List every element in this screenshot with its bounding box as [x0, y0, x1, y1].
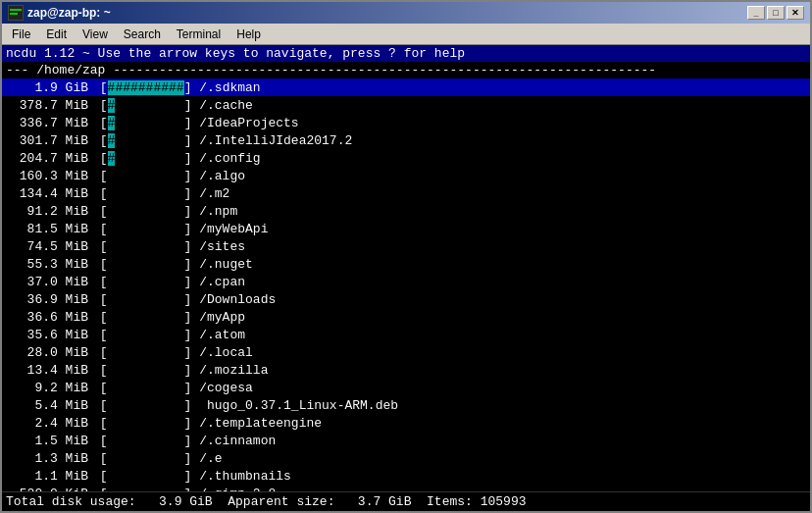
table-row[interactable]: 204.7 MiB [# ] /.config: [2, 149, 810, 167]
table-row[interactable]: 36.9 MiB [ ] /Downloads: [2, 290, 810, 308]
file-name: /.algo: [199, 169, 245, 183]
file-name: /.nuget: [199, 257, 253, 272]
file-size: 134.4 MiB: [4, 186, 92, 201]
file-name: /Downloads: [199, 292, 276, 307]
file-name: /.atom: [199, 328, 245, 342]
file-name: /IdeaProjects: [199, 116, 298, 130]
status-bar: Total disk usage: 3.9 GiB Apparent size:…: [2, 491, 810, 511]
table-row[interactable]: 2.4 MiB [ ] /.templateengine: [2, 414, 810, 432]
file-name: /.m2: [199, 186, 229, 201]
file-size: 28.0 MiB: [4, 345, 92, 360]
table-row[interactable]: 74.5 MiB [ ] /sites: [2, 237, 810, 255]
table-row[interactable]: 81.5 MiB [ ] /myWebApi: [2, 220, 810, 237]
file-size: 204.7 MiB: [4, 151, 92, 166]
menu-search[interactable]: Search: [116, 26, 169, 43]
close-button[interactable]: ✕: [787, 6, 804, 20]
info-bar: ncdu 1.12 ~ Use the arrow keys to naviga…: [2, 45, 810, 62]
menu-view[interactable]: View: [75, 26, 116, 43]
title-bar-left: zap@zap-bp: ~: [8, 5, 111, 21]
menu-edit[interactable]: Edit: [38, 26, 75, 43]
file-name: /.local: [199, 345, 253, 360]
table-row[interactable]: 13.4 MiB [ ] /.mozilla: [2, 361, 810, 379]
table-row[interactable]: 378.7 MiB [# ] /.cache: [2, 96, 810, 114]
file-name: /.sdkman: [199, 80, 260, 95]
table-row[interactable]: 336.7 MiB [# ] /IdeaProjects: [2, 114, 810, 131]
file-size: 91.2 MiB: [4, 204, 92, 219]
file-size: 160.3 MiB: [4, 169, 92, 183]
maximize-button[interactable]: □: [767, 6, 785, 20]
file-name: /.mozilla: [199, 363, 268, 378]
file-name: /.npm: [199, 204, 237, 219]
table-row[interactable]: 1.9 GiB [##########] /.sdkman: [2, 78, 810, 96]
file-size: 5.4 MiB: [4, 398, 92, 413]
menu-terminal[interactable]: Terminal: [169, 26, 228, 43]
menu-bar: File Edit View Search Terminal Help: [2, 24, 810, 45]
menu-help[interactable]: Help: [228, 26, 269, 43]
table-row[interactable]: 1.5 MiB [ ] /.cinnamon: [2, 432, 810, 449]
table-row[interactable]: 35.6 MiB [ ] /.atom: [2, 326, 810, 343]
file-size: 13.4 MiB: [4, 363, 92, 378]
file-name: /.cache: [199, 98, 253, 113]
table-row[interactable]: 9.2 MiB [ ] /cogesa: [2, 379, 810, 396]
file-name: /myWebApi: [199, 222, 268, 236]
table-row[interactable]: 37.0 MiB [ ] /.cpan: [2, 273, 810, 290]
title-buttons: _ □ ✕: [747, 6, 804, 20]
file-size: 37.0 MiB: [4, 275, 92, 289]
file-size: 74.5 MiB: [4, 239, 92, 254]
table-row[interactable]: 160.3 MiB [ ] /.algo: [2, 167, 810, 184]
file-size: 55.3 MiB: [4, 257, 92, 272]
file-size: 336.7 MiB: [4, 116, 92, 130]
file-size: 378.7 MiB: [4, 98, 92, 113]
file-size: 1.1 MiB: [4, 469, 92, 484]
table-row[interactable]: 28.0 MiB [ ] /.local: [2, 343, 810, 361]
file-size: 301.7 MiB: [4, 133, 92, 148]
file-size: 9.2 MiB: [4, 381, 92, 395]
table-row[interactable]: 1.1 MiB [ ] /.thumbnails: [2, 467, 810, 485]
svg-rect-2: [10, 13, 18, 15]
file-name: /cogesa: [199, 381, 253, 395]
file-name: /myApp: [199, 310, 245, 325]
file-name: /.cpan: [199, 275, 245, 289]
title-bar: zap@zap-bp: ~ _ □ ✕: [2, 2, 810, 24]
file-name: /.IntelliJIdea2017.2: [199, 133, 352, 148]
file-size: 2.4 MiB: [4, 416, 92, 431]
file-name: /.cinnamon: [199, 434, 276, 448]
file-size: 36.9 MiB: [4, 292, 92, 307]
window-title: zap@zap-bp: ~: [27, 6, 111, 20]
table-row[interactable]: 520.0 KiB [ ] /.gimp-2.8: [2, 485, 810, 491]
file-size: 35.6 MiB: [4, 328, 92, 342]
file-size: 1.5 MiB: [4, 434, 92, 448]
menu-file[interactable]: File: [4, 26, 38, 43]
table-row[interactable]: 5.4 MiB [ ] hugo_0.37.1_Linux-ARM.deb: [2, 396, 810, 414]
file-name: /.config: [199, 151, 260, 166]
file-size: 1.3 MiB: [4, 451, 92, 466]
terminal-area[interactable]: ncdu 1.12 ~ Use the arrow keys to naviga…: [2, 45, 810, 511]
table-row[interactable]: 134.4 MiB [ ] /.m2: [2, 184, 810, 202]
table-row[interactable]: 91.2 MiB [ ] /.npm: [2, 202, 810, 220]
table-row[interactable]: 36.6 MiB [ ] /myApp: [2, 308, 810, 326]
file-name: /.thumbnails: [199, 469, 291, 484]
main-window: zap@zap-bp: ~ _ □ ✕ File Edit View Searc…: [0, 0, 812, 513]
file-list: 1.9 GiB [##########] /.sdkman378.7 MiB […: [2, 78, 810, 491]
table-row[interactable]: 55.3 MiB [ ] /.nuget: [2, 255, 810, 273]
minimize-button[interactable]: _: [747, 6, 765, 20]
path-bar: --- /home/zap --------------------------…: [2, 62, 810, 78]
file-name: /.e: [199, 451, 222, 466]
file-size: 1.9 GiB: [4, 80, 92, 95]
table-row[interactable]: 301.7 MiB [# ] /.IntelliJIdea2017.2: [2, 131, 810, 149]
file-size: 36.6 MiB: [4, 310, 92, 325]
file-name: /sites: [199, 239, 245, 254]
table-row[interactable]: 1.3 MiB [ ] /.e: [2, 449, 810, 467]
file-size: 81.5 MiB: [4, 222, 92, 236]
file-name: hugo_0.37.1_Linux-ARM.deb: [199, 398, 398, 413]
file-name: /.templateengine: [199, 416, 322, 431]
svg-rect-1: [10, 9, 22, 11]
app-icon: [8, 5, 24, 21]
